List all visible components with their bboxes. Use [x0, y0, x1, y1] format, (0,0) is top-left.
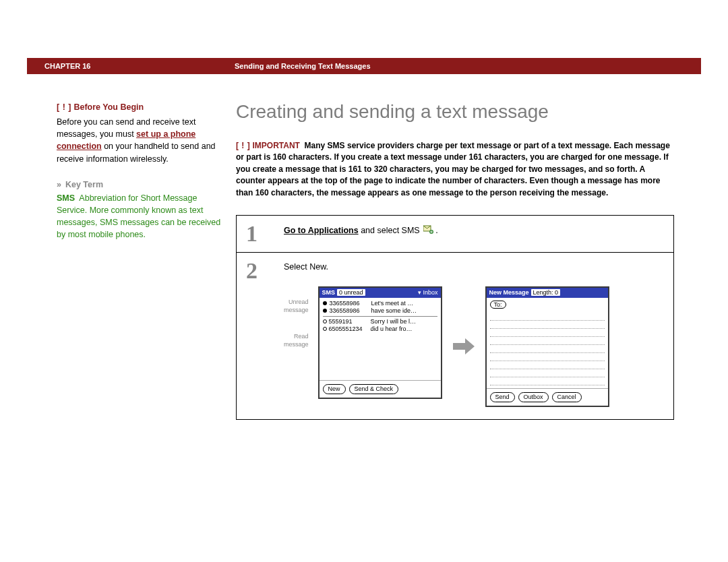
sms-inbox-screenshot: SMS 0 unread ▾ Inbox 336558986Let's meet… [318, 286, 442, 399]
key-term-term: SMS [57, 193, 75, 203]
send-button[interactable]: Send [490, 392, 515, 402]
to-button[interactable]: To: [490, 301, 506, 309]
button-bar: Send Outbox Cancel [487, 388, 608, 406]
step2-text: Select New. [284, 262, 663, 272]
chapter-header: CHAPTER 16 Sending and Receiving Text Me… [27, 58, 701, 74]
titlebar-title: New Message [489, 289, 529, 296]
read-dot-icon [323, 327, 327, 331]
list-item[interactable]: 336558986have some ide… [323, 307, 437, 315]
page-title: Creating and sending a text message [236, 101, 674, 123]
unread-dot-icon [323, 301, 327, 305]
step-number: 1 [237, 216, 280, 252]
step-body: Go to Applications and select SMS . [280, 216, 673, 252]
step-number: 2 [237, 253, 280, 419]
new-message-screenshot: New Message Length: 0 To: [485, 286, 609, 407]
steps-box: 1 Go to Applications and select SMS . 2 … [236, 215, 674, 420]
step1-text-post: and select SMS [359, 226, 420, 235]
read-dot-icon [323, 319, 327, 323]
key-term-body: SMS Abbreviation for Short Message Servi… [57, 192, 222, 241]
step-body: Select New. Unreadmessage Readmessage SM… [280, 253, 673, 419]
titlebar-title: SMS [322, 289, 336, 296]
key-term-heading: »Key Term [57, 179, 222, 191]
list-item[interactable]: 5559191Sorry I will be l… [323, 318, 437, 325]
important-label: IMPORTANT [253, 141, 300, 150]
step-row: 2 Select New. Unreadmessage Readmessage [237, 252, 673, 419]
callout-read: Readmessage [284, 333, 309, 348]
main-column: Creating and sending a text message [ ! … [236, 101, 701, 420]
unread-badge: 0 unread [337, 289, 365, 296]
list-item[interactable]: 336558986Let's meet at … [323, 300, 437, 307]
alert-bracket-icon: [ ! ] [236, 141, 250, 150]
titlebar: SMS 0 unread ▾ Inbox [320, 288, 441, 298]
arrow-right-icon [452, 336, 476, 357]
list-item[interactable]: 6505551234did u hear fro… [323, 325, 437, 333]
important-note: [ ! ] IMPORTANT Many SMS service provide… [236, 140, 674, 199]
outbox-button[interactable]: Outbox [518, 392, 549, 402]
key-term-text: Abbreviation for Short Message Service. … [57, 193, 220, 239]
new-button[interactable]: New [323, 384, 346, 394]
message-list: 336558986Let's meet at … 336558986have s… [320, 298, 441, 380]
before-you-begin-body: Before you can send and receive text mes… [57, 116, 222, 165]
to-row: To: [487, 298, 608, 311]
before-you-begin-heading: [ ! ] Before You Begin [57, 101, 222, 113]
callout-unread: Unreadmessage [284, 299, 309, 314]
length-counter: Length: 0 [531, 289, 561, 296]
go-to-applications-link[interactable]: Go to Applications [284, 226, 359, 235]
step-row: 1 Go to Applications and select SMS . [237, 216, 673, 252]
chapter-title: Sending and Receiving Text Messages [218, 62, 371, 70]
compose-area[interactable] [487, 311, 608, 388]
important-body: Many SMS service providers charge per te… [236, 141, 670, 197]
chevron-right-icon: » [57, 180, 60, 189]
inbox-dropdown[interactable]: ▾ Inbox [418, 289, 438, 296]
titlebar: New Message Length: 0 [487, 288, 608, 298]
alert-bracket-icon: [ ! ] [57, 102, 71, 112]
send-check-button[interactable]: Send & Check [349, 384, 399, 394]
sms-app-icon [423, 225, 434, 235]
callouts: Unreadmessage Readmessage [284, 286, 309, 349]
key-term-label: Key Term [65, 180, 103, 189]
sidebar: [ ! ] Before You Begin Before you can se… [27, 101, 236, 241]
before-you-begin-label: Before You Begin [73, 102, 144, 112]
button-bar: New Send & Check [320, 380, 441, 398]
divider [323, 316, 437, 317]
figures-row: Unreadmessage Readmessage SMS 0 unread ▾… [284, 286, 663, 407]
unread-dot-icon [323, 309, 327, 313]
chapter-label: CHAPTER 16 [27, 62, 218, 70]
cancel-button[interactable]: Cancel [552, 392, 582, 402]
